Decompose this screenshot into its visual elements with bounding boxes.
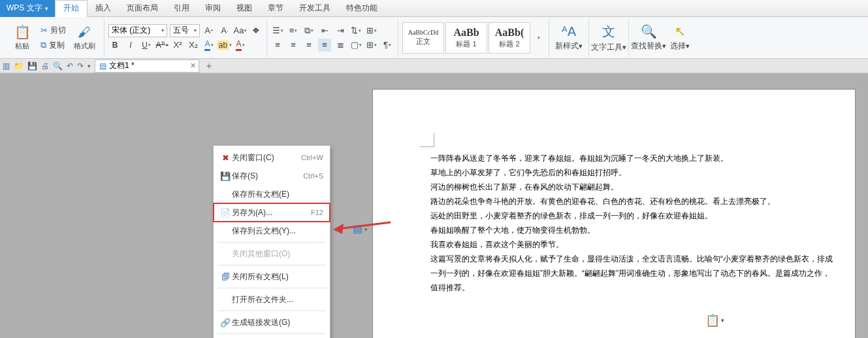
paste-options-button[interactable]: 📋▾	[705, 313, 724, 328]
menu-separator	[217, 333, 326, 334]
tabs-button[interactable]: ⊞▾	[365, 24, 378, 37]
close-tab-icon[interactable]: ✕	[190, 61, 196, 70]
increase-indent-button[interactable]: ⇥	[334, 24, 347, 37]
paragraph[interactable]: 河边的柳树也长出了新芽，在春风的吹动下翩翩起舞。	[430, 180, 835, 194]
style-gallery-more[interactable]: ▾	[532, 31, 545, 44]
shading-button[interactable]: ▢▾	[349, 39, 362, 52]
qat-more-icon[interactable]: ▾	[88, 63, 91, 69]
highlight-button[interactable]: ab▾	[218, 39, 231, 52]
text-tools-button[interactable]: 文 文字工具▾	[593, 20, 624, 56]
paragraph-marker-icon[interactable]: ▤	[353, 222, 362, 235]
font-color-button[interactable]: A▾	[202, 39, 216, 52]
bullets-button[interactable]: ☰▾	[271, 24, 284, 37]
undo-icon[interactable]: ↶	[67, 61, 73, 71]
app-badge[interactable]: WPS 文字 ▾	[0, 0, 55, 17]
open-icon[interactable]: 📁	[14, 61, 24, 71]
paragraph[interactable]: 我喜欢春姐姐，喜欢这个美丽的季节。	[430, 237, 835, 252]
close-all-icon: 🗐	[219, 272, 232, 282]
numbering-button[interactable]: ≡▾	[287, 24, 300, 37]
change-case-button[interactable]: Aa▾	[234, 24, 247, 37]
align-distribute-button[interactable]: ≣	[334, 39, 347, 52]
document-tab[interactable]: ▤ 文档1 * ✕	[95, 59, 199, 73]
print-icon[interactable]: 🖨	[41, 61, 49, 71]
paragraph[interactable]: 草地上的小草发芽了，它们争先恐后的和春姐姐打招呼。	[430, 165, 835, 180]
decrease-indent-button[interactable]: ⇤	[318, 24, 331, 37]
paragraph[interactable]: 这篇写景的文章将春天拟人化，赋予了生命，显得生动活泼，全文语言流畅。比喻句“小麦…	[430, 252, 835, 295]
menu-tab-4[interactable]: 审阅	[197, 0, 229, 17]
line-spacing-button[interactable]: ⇅▾	[349, 24, 362, 37]
new-tab-button[interactable]: ＋	[203, 60, 215, 72]
save-icon[interactable]: 💾	[27, 61, 37, 71]
menu-separator	[217, 265, 326, 265]
paste-label: 粘贴	[15, 41, 29, 51]
align-center-button[interactable]: ≡	[287, 39, 300, 52]
menu-item-save-cloud[interactable]: 保存到云文档(Y)...	[214, 222, 330, 240]
new-doc-icon[interactable]: ▥	[3, 61, 10, 71]
menu-tab-6[interactable]: 章节	[260, 0, 291, 17]
menu-item-close-all[interactable]: 🗐关闭所有文档(L)	[214, 267, 330, 286]
menu-item-label: 打开所在文件夹...	[232, 294, 293, 305]
style-card-0[interactable]: AaBbCcDd正文	[402, 22, 444, 54]
menu-tab-2[interactable]: 页面布局	[119, 0, 166, 17]
strike-button[interactable]: Aᴮ▾	[155, 39, 169, 52]
menu-item-label: 保存到云文档(Y)...	[232, 226, 296, 237]
ribbon: 📋 粘贴 ✂剪切 ⧉复制 🖌 格式刷 宋体 (正文)▾ 五号▾ A+ A- Aa…	[0, 17, 868, 59]
save-as-icon: 📄	[219, 208, 232, 218]
paragraph[interactable]: 一阵阵春风送走了冬爷爷，迎来了春姐姐。春姐姐为沉睡了一冬天的大地换上了新装。	[430, 151, 835, 165]
page-text[interactable]: 一阵阵春风送走了冬爷爷，迎来了春姐姐。春姐姐为沉睡了一冬天的大地换上了新装。草地…	[430, 151, 835, 295]
print-preview-icon[interactable]: 🔍	[53, 61, 63, 71]
menu-item-close-window[interactable]: ✖关闭窗口(C)Ctrl+W	[214, 148, 330, 167]
paragraph[interactable]: 远处的田野里，小麦穿着整齐的绿色新衣，排成一列一列的，好像在欢迎春姐姐。	[430, 209, 835, 223]
menu-tab-1[interactable]: 插入	[88, 0, 119, 17]
redo-icon[interactable]: ↷	[77, 61, 84, 71]
style-card-1[interactable]: AaBb标题 1	[445, 22, 487, 54]
close-window-icon: ✖	[219, 153, 232, 163]
menu-item-save[interactable]: 💾保存(S)Ctrl+S	[214, 167, 330, 185]
borders-button[interactable]: ⊞▾	[365, 39, 378, 52]
chevron-down-icon: ▾	[45, 5, 48, 12]
select-button[interactable]: ↖ 选择▾	[664, 20, 696, 56]
menu-separator	[217, 288, 326, 288]
show-marks-button[interactable]: ¶▾	[381, 39, 394, 52]
align-justify-button[interactable]: ≡	[318, 39, 331, 52]
font-family-select[interactable]: 宋体 (正文)▾	[108, 24, 167, 37]
find-icon: 🔍	[641, 24, 657, 39]
style-card-2[interactable]: AaBb(标题 2	[489, 22, 530, 54]
multilevel-button[interactable]: ⧉▾	[302, 24, 315, 37]
menu-tab-3[interactable]: 引用	[166, 0, 197, 17]
paragraph-marker-dropdown[interactable]: ▾	[364, 226, 368, 233]
align-right-button[interactable]: ≡	[302, 39, 315, 52]
bold-button[interactable]: B	[108, 39, 121, 52]
menu-tab-5[interactable]: 视图	[229, 0, 260, 17]
font-color2-button[interactable]: A▾	[234, 39, 247, 52]
new-style-button[interactable]: ᴬA 新样式▾	[553, 20, 585, 56]
menu-item-save-all[interactable]: 保存所有文档(E)	[214, 185, 330, 203]
subscript-button[interactable]: X₂	[187, 39, 200, 52]
find-replace-button[interactable]: 🔍 查找替换▾	[633, 20, 664, 56]
format-painter-button[interactable]: 🖌 格式刷	[69, 20, 100, 56]
menu-item-shortcut: F12	[311, 209, 323, 216]
menu-tab-0[interactable]: 开始	[55, 0, 88, 17]
copy-button[interactable]: ⧉复制	[38, 39, 67, 52]
underline-button[interactable]: U▾	[140, 39, 153, 52]
menu-item-save-as[interactable]: 📄另存为(A)...F12	[214, 203, 330, 222]
document-page[interactable]: 一阵阵春风送走了冬爷爷，迎来了春姐姐。春姐姐为沉睡了一冬天的大地换上了新装。草地…	[372, 89, 856, 338]
superscript-button[interactable]: X²	[171, 39, 184, 52]
cursor-icon: ↖	[675, 24, 686, 39]
grow-font-button[interactable]: A+	[202, 24, 216, 37]
menu-item-gen-link[interactable]: 🔗生成链接发送(G)	[214, 313, 330, 331]
menu-item-open-folder[interactable]: 打开所在文件夹...	[214, 290, 330, 309]
align-left-button[interactable]: ≡	[271, 39, 284, 52]
menu-item-label: 关闭其他窗口(O)	[232, 248, 290, 260]
menu-tab-8[interactable]: 特色功能	[338, 0, 385, 17]
italic-button[interactable]: I	[124, 39, 137, 52]
cut-button[interactable]: ✂剪切	[38, 24, 69, 37]
shrink-font-button[interactable]: A-	[218, 24, 231, 37]
clear-format-button[interactable]: ❖	[249, 24, 263, 37]
font-size-select[interactable]: 五号▾	[170, 24, 200, 37]
menu-tab-7[interactable]: 开发工具	[291, 0, 338, 17]
paragraph[interactable]: 路边的花朵也争奇斗艳的开放。有黄色的迎春花、白色的杏花、还有粉色的桃花。看上去漂…	[430, 194, 835, 209]
app-badge-label: WPS 文字	[7, 3, 42, 14]
paste-button[interactable]: 📋 粘贴	[7, 20, 38, 56]
paragraph[interactable]: 春姐姐唤醒了整个大地，使万物变得生机勃勃。	[430, 223, 835, 237]
